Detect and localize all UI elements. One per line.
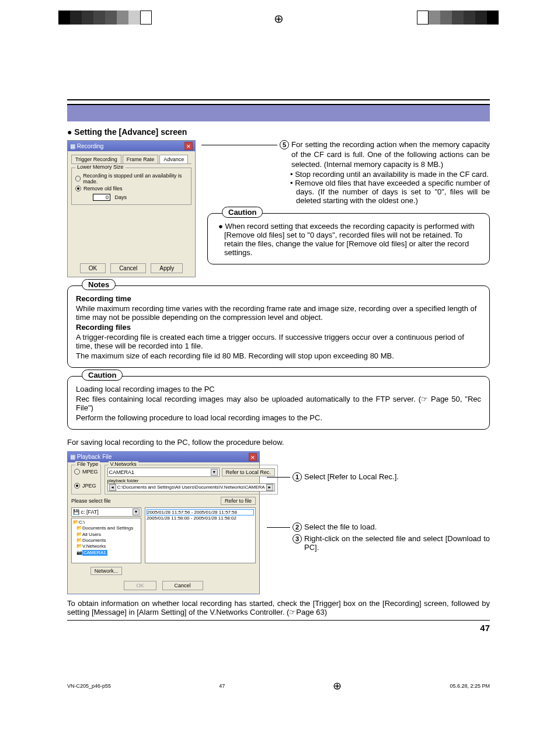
- crosshair-icon: ⊕: [274, 12, 284, 26]
- section-heading: Setting the [Advance] screen: [67, 127, 490, 137]
- scroll-left-icon[interactable]: ◄: [109, 484, 116, 491]
- step-3-text: Right-click on the selected file and sel…: [304, 534, 490, 552]
- crosshair-icon: ⊕: [333, 680, 342, 692]
- print-registration-top: ⊕: [0, 0, 557, 35]
- step-1-marker: 1: [293, 472, 302, 482]
- step-1-text: Select [Refer to Local Rec.].: [304, 472, 399, 481]
- step-5-sub2: Remove old files that have exceeded a sp…: [289, 179, 490, 205]
- folder-tree[interactable]: 📂C:\ 📂Documents and Settings 📂All Users …: [71, 518, 141, 563]
- list-item[interactable]: 2005/01/28 11:58:00 - 2005/01/28 11:58:0…: [147, 515, 254, 521]
- intro-line: For saving local recording to the PC, fo…: [67, 438, 490, 448]
- scroll-right-icon[interactable]: ►: [266, 484, 273, 491]
- please-select-label: Please select file: [71, 498, 111, 504]
- network-button[interactable]: Network...: [90, 567, 123, 575]
- callout-leader: [201, 145, 277, 145]
- dialog-title-icon: ▦ Recording: [70, 143, 103, 149]
- chevron-down-icon: ▼: [211, 469, 218, 476]
- print-file: VN-C205_p46-p55: [67, 683, 111, 689]
- chevron-down-icon: ▼: [133, 508, 140, 515]
- step-5-marker: 5: [280, 140, 289, 149]
- footer-note: To obtain information on whether local r…: [67, 599, 490, 616]
- caution-label: Caution: [222, 207, 263, 218]
- step-2-marker: 2: [293, 522, 302, 532]
- days-label: Days: [115, 194, 127, 200]
- caution1-text: When record setting that exceeds the rec…: [216, 222, 481, 257]
- recording-dialog: ▦ Recording ✕ Trigger Recording Frame Ra…: [67, 140, 196, 277]
- playback-dialog: ▦ Playback File ✕ File Type MPEG JPEG V.…: [67, 451, 260, 594]
- caution2-line1: Loading local recording images to the PC: [76, 385, 481, 393]
- days-input[interactable]: 0: [93, 194, 110, 201]
- camera-dropdown[interactable]: CAMERA1 ▼: [107, 468, 220, 477]
- step-5-sub1: Stop recording until an availability is …: [289, 170, 490, 179]
- caution2-line2: Rec files containing local recording ima…: [76, 395, 481, 412]
- playback-icon: ▦: [70, 454, 75, 460]
- playback-title: ▦ Playback File: [70, 454, 112, 460]
- notes-p3: The maximum size of each recording file …: [76, 351, 481, 360]
- radio-label-remove: Remove old files: [83, 186, 123, 191]
- tab-trigger-recording[interactable]: Trigger Recording: [71, 155, 121, 163]
- pb-cancel-button[interactable]: Cancel: [162, 581, 203, 590]
- group-lower-memory: Lower Memory Size: [75, 164, 126, 170]
- radio-stop-until-availability[interactable]: [75, 176, 81, 182]
- drive-dropdown[interactable]: 💾 c: [FAT] ▼: [71, 507, 141, 517]
- step-5-text: For setting the recording action when th…: [291, 140, 490, 170]
- callout-leader: [267, 477, 290, 478]
- playback-folder-label: playback folder: [107, 478, 275, 483]
- notes-label: Notes: [82, 279, 116, 290]
- radio-label-stop: Recording is stopped until an availabili…: [83, 173, 187, 184]
- file-list[interactable]: 2005/01/28 11:57:56 - 2005/01/28 11:57:5…: [145, 507, 256, 563]
- notes-h1: Recording time: [76, 294, 481, 303]
- file-type-label: File Type: [75, 461, 100, 467]
- path-field: ◄ C:\Documents and Settings\All Users\Do…: [107, 483, 275, 492]
- callout-leader: [267, 527, 290, 528]
- notes-p1: While maximum recording time varies with…: [76, 304, 481, 322]
- refer-to-local-rec-button[interactable]: Refer to Local Rec.: [222, 468, 275, 476]
- print-footer: VN-C205_p46-p55 47 ⊕ 05.6.28, 2:25 PM: [0, 644, 557, 704]
- step-3-marker: 3: [293, 534, 302, 544]
- tab-advance[interactable]: Advance: [159, 155, 188, 163]
- caution2-label: Caution: [82, 370, 123, 381]
- list-item[interactable]: 2005/01/28 11:57:56 - 2005/01/28 11:57:5…: [147, 509, 254, 515]
- vnetworks-label: V.Networks: [109, 461, 138, 467]
- pb-ok-button[interactable]: OK: [124, 581, 156, 590]
- close-icon[interactable]: ✕: [249, 453, 257, 461]
- dialog-title: Recording: [77, 143, 104, 149]
- cancel-button[interactable]: Cancel: [110, 263, 146, 273]
- notes-p2: A trigger-recording file is created each…: [76, 333, 481, 350]
- step-2-text: Select the file to load.: [304, 522, 377, 531]
- ok-button[interactable]: OK: [80, 263, 106, 273]
- radio-mpeg[interactable]: [74, 469, 80, 475]
- print-timestamp: 05.6.28, 2:25 PM: [450, 683, 490, 689]
- print-sheet-page: 47: [219, 683, 225, 689]
- radio-remove-old-files[interactable]: [75, 186, 81, 191]
- header-band: [67, 104, 490, 121]
- refer-to-file-button[interactable]: Refer to file: [221, 497, 256, 505]
- notes-h2: Recording files: [76, 323, 481, 332]
- radio-jpeg[interactable]: [74, 483, 80, 489]
- tab-frame-rate[interactable]: Frame Rate: [123, 155, 159, 163]
- close-icon[interactable]: ✕: [184, 142, 193, 150]
- page-number: 47: [67, 620, 490, 633]
- apply-button[interactable]: Apply: [151, 263, 183, 273]
- caution2-line3: Perform the following procedure to load …: [76, 413, 481, 422]
